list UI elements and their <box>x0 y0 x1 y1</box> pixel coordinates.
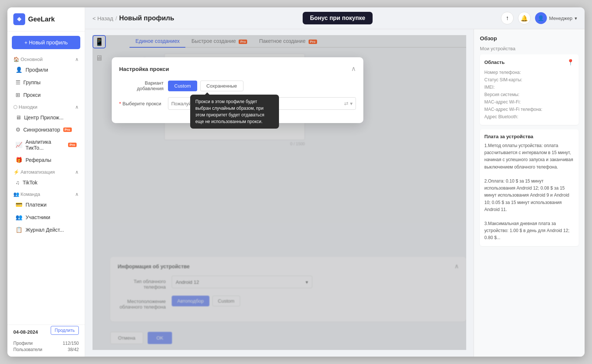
right-panel: Обзор Мои устройства Область 📍 Номер тел… <box>474 29 585 357</box>
stat-row-users: Пользователи 38/42 <box>13 347 79 352</box>
sidebar-item-referrals-label: Рефералы <box>26 157 51 163</box>
user-info[interactable]: 👤 Менеджер ▾ <box>535 12 577 24</box>
sidebar-date: 04-08-2024 <box>13 329 38 335</box>
area-section-header: Область 📍 <box>484 59 574 66</box>
chevron-down-icon[interactable]: ▾ <box>350 101 353 106</box>
referrals-icon: 🎁 <box>16 157 23 163</box>
page-title: Новый профиль <box>119 14 174 22</box>
sidebar-item-sync[interactable]: ⚙ Синхронизатор Pro <box>10 123 83 136</box>
mac-wifi-phone-label: MAC-адрес Wi-Fi телефона: <box>484 107 542 112</box>
shuffle-icon[interactable]: ⇄ <box>344 101 349 106</box>
info-row-mac-wifi: MAC-адрес Wi-Fi: <box>484 98 574 106</box>
select-proxy-label: * Выберите прокси <box>119 101 164 106</box>
sidebar-stats: Профили 112/150 Пользователи 38/42 <box>13 341 79 352</box>
bluetooth-label: Адрес Bluetooth: <box>484 114 518 119</box>
analytics-icon: 📈 <box>16 142 23 148</box>
sidebar-section-team[interactable]: 👥 Команда ∧ <box>7 188 85 198</box>
sidebar: GeeLark + Новый профиль 🏠 Основной ∧ 👤 П… <box>7 7 85 357</box>
add-type-buttons: Custom Сохраненные Прокси в этом профиле… <box>168 81 243 91</box>
header-right: ↑ 🔔 👤 Менеджер ▾ <box>501 12 577 24</box>
sidebar-item-referrals[interactable]: 🎁 Рефералы <box>10 154 83 166</box>
back-link[interactable]: < Назад <box>92 15 113 21</box>
members-icon: 👥 <box>16 214 23 221</box>
chevron-up-icon: ∧ <box>75 57 79 62</box>
sidebar-item-tiktok[interactable]: ♫ TikTok <box>10 176 83 188</box>
sidebar-item-groups[interactable]: ☰ Группы <box>10 76 83 89</box>
sidebar-item-journal[interactable]: 📋 Журнал Дейст... <box>10 224 83 236</box>
sidebar-item-profiles[interactable]: 👤 Профили <box>10 64 83 76</box>
profiles-icon: 👤 <box>16 67 23 73</box>
upload-button[interactable]: ↑ <box>501 12 514 24</box>
proxy-icon: ⊞ <box>16 92 20 98</box>
pro-badge-sync: Pro <box>63 127 72 132</box>
journal-icon: 📋 <box>16 227 23 233</box>
extend-button[interactable]: Продлить <box>51 326 79 335</box>
sidebar-section-auto[interactable]: ⚡ Автоматизация ∧ <box>7 166 85 176</box>
new-profile-button[interactable]: + Новый профиль <box>12 36 80 49</box>
tooltip-box: Прокси в этом профиле будет выбран случа… <box>190 95 279 129</box>
users-stat-label: Пользователи <box>13 347 42 352</box>
sidebar-item-members[interactable]: 👥 Участники <box>10 211 83 224</box>
right-panel-title: Обзор <box>480 35 579 41</box>
proxy-modal: Настройка прокси ∧ Вариант добавления <box>112 57 363 123</box>
main-content: < Назад / Новый профиль Бонус при покупк… <box>85 7 585 357</box>
profiles-stat-count: 112/150 <box>63 341 79 346</box>
sidebar-section-finds[interactable]: ⬡ Находки ∧ <box>7 101 85 111</box>
sidebar-item-analytics[interactable]: 📈 Аналитика ТикТо... Pro <box>10 136 83 154</box>
info-row-mac-wifi-phone: MAC-адрес Wi-Fi телефона: <box>484 106 574 113</box>
sidebar-footer: 04-08-2024 Продлить Профили 112/150 Поль… <box>7 324 85 357</box>
proxy-modal-close-button[interactable]: ∧ <box>351 65 356 73</box>
sidebar-item-members-label: Участники <box>26 214 50 220</box>
btn-custom[interactable]: Custom <box>168 81 197 91</box>
sidebar-section-main-label: 🏠 Основной <box>13 57 43 62</box>
logo-icon <box>13 13 25 25</box>
info-row-bluetooth: Адрес Bluetooth: <box>484 113 574 120</box>
sync-icon: ⚙ <box>16 126 20 133</box>
top-header: < Назад / Новый профиль Бонус при покупк… <box>85 7 585 29</box>
sidebar-item-appstore-label: Центр Прилож... <box>24 115 64 120</box>
form-panel: 📱 🖥 Единое созданиех Быстрое создание <box>85 29 474 357</box>
add-variant-label: Вариант добавления <box>119 80 164 91</box>
logo-area: GeeLark <box>7 7 85 31</box>
banner-text: Бонус при покупке <box>310 15 365 21</box>
sidebar-section-finds-label: ⬡ Находки <box>13 104 37 110</box>
logo-text: GeeLark <box>28 16 55 23</box>
groups-icon: ☰ <box>16 79 20 86</box>
user-chevron-icon: ▾ <box>575 16 577 21</box>
payment-section: Плата за устройства 1.Метод оплаты устро… <box>480 129 579 246</box>
breadcrumb: < Назад / Новый профиль <box>92 14 174 22</box>
user-label: Менеджер <box>549 16 572 21</box>
info-row-system: Версия системы: <box>484 91 574 98</box>
chevron-up-icon-4: ∧ <box>75 191 79 197</box>
sidebar-item-analytics-label: Аналитика ТикТо... <box>26 139 65 151</box>
profiles-stat-label: Профили <box>13 341 33 346</box>
info-row-imei: IMEI: <box>484 84 574 91</box>
sidebar-item-proxy-label: Прокси <box>23 92 41 98</box>
sidebar-item-appstore[interactable]: 🖥 Центр Прилож... <box>10 111 83 123</box>
my-devices-subtitle: Мои устройства <box>480 46 579 51</box>
appstore-icon: 🖥 <box>16 114 21 120</box>
payment-section-title: Плата за устройства <box>484 134 533 139</box>
sidebar-item-payments[interactable]: 💳 Платежи <box>10 198 83 211</box>
sidebar-section-team-label: 👥 Команда <box>13 191 40 197</box>
sidebar-item-profiles-label: Профили <box>26 67 48 73</box>
chevron-up-icon-3: ∧ <box>75 169 79 175</box>
payment-p1: 1.Метод оплаты устройства: оплата рассчи… <box>484 142 574 171</box>
sidebar-item-proxy[interactable]: ⊞ Прокси <box>10 89 83 101</box>
sidebar-item-groups-label: Группы <box>23 79 41 85</box>
mac-wifi-label: MAC-адрес Wi-Fi: <box>484 99 521 105</box>
payments-icon: 💳 <box>16 201 23 208</box>
proxy-modal-header: Настройка прокси ∧ <box>119 65 356 73</box>
sidebar-section-main[interactable]: 🏠 Основной ∧ <box>7 54 85 64</box>
location-pin-icon: 📍 <box>567 59 574 66</box>
btn-saved[interactable]: Сохраненные <box>200 81 243 91</box>
payment-text: 1.Метод оплаты устройства: оплата рассчи… <box>484 142 574 242</box>
content-area: 📱 🖥 Единое созданиех Быстрое создание <box>85 29 585 357</box>
proxy-select-icons: ⇄ ▾ <box>344 101 353 106</box>
sidebar-item-journal-label: Журнал Дейст... <box>26 227 64 233</box>
phone-number-label: Номер телефона: <box>484 70 521 75</box>
notification-button[interactable]: 🔔 <box>518 12 531 24</box>
banner: Бонус при покупке <box>303 12 373 24</box>
area-section-title: Область <box>484 59 505 65</box>
imei-label: IMEI: <box>484 85 495 90</box>
